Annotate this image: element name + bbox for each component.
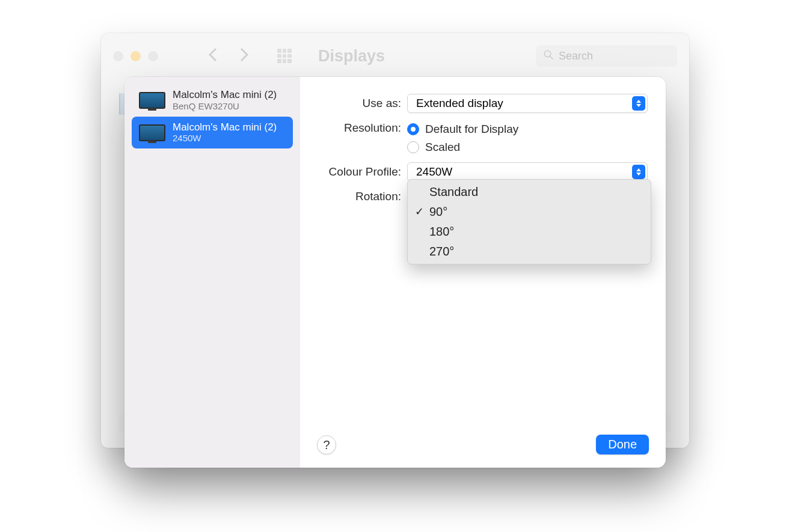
rotation-option-270[interactable]: 270° bbox=[408, 242, 651, 261]
maximize-icon[interactable] bbox=[148, 51, 158, 61]
minimize-icon[interactable] bbox=[130, 51, 141, 61]
resolution-scaled-label: Scaled bbox=[425, 141, 460, 154]
use-as-label: Use as: bbox=[315, 97, 407, 110]
radio-icon bbox=[407, 141, 419, 153]
display-item-sub: BenQ EW3270U bbox=[173, 101, 277, 111]
monitor-icon bbox=[139, 124, 165, 141]
radio-icon bbox=[407, 123, 419, 135]
search-icon bbox=[543, 49, 554, 63]
traffic-lights bbox=[113, 51, 158, 61]
svg-line-1 bbox=[550, 56, 553, 59]
display-detail-pane: Use as: Extended display Resolution: Def… bbox=[300, 77, 666, 468]
display-item-2450w[interactable]: Malcolm's Mac mini (2) 2450W bbox=[132, 117, 293, 149]
help-button[interactable]: ? bbox=[317, 435, 336, 454]
svg-point-0 bbox=[544, 50, 551, 57]
use-as-select[interactable]: Extended display bbox=[407, 94, 648, 113]
window-title: Displays bbox=[318, 47, 385, 66]
resolution-scaled-radio[interactable]: Scaled bbox=[407, 141, 518, 154]
chevron-updown-icon bbox=[632, 165, 645, 179]
display-item-sub: 2450W bbox=[173, 133, 277, 143]
resolution-label: Resolution: bbox=[315, 121, 407, 135]
rotation-dropdown[interactable]: Standard 90° 180° 270° bbox=[407, 179, 651, 264]
rotation-option-standard[interactable]: Standard bbox=[408, 182, 651, 202]
chevron-updown-icon bbox=[632, 96, 645, 111]
colour-profile-value: 2450W bbox=[416, 165, 452, 179]
use-as-value: Extended display bbox=[416, 97, 503, 110]
search-input[interactable] bbox=[559, 50, 670, 63]
show-all-icon[interactable] bbox=[277, 49, 292, 63]
back-button[interactable] bbox=[207, 46, 220, 66]
rotation-option-180[interactable]: 180° bbox=[408, 222, 651, 242]
done-button[interactable]: Done bbox=[596, 435, 649, 454]
display-settings-sheet: Malcolm's Mac mini (2) BenQ EW3270U Malc… bbox=[124, 77, 666, 468]
resolution-default-label: Default for Display bbox=[425, 123, 518, 136]
resolution-default-radio[interactable]: Default for Display bbox=[407, 123, 518, 136]
rotation-label: Rotation: bbox=[315, 190, 407, 203]
forward-button[interactable] bbox=[238, 46, 250, 66]
display-item-name: Malcolm's Mac mini (2) bbox=[173, 90, 277, 101]
display-item-name: Malcolm's Mac mini (2) bbox=[173, 122, 277, 133]
search-field[interactable] bbox=[536, 45, 677, 67]
titlebar: Displays bbox=[101, 33, 689, 79]
displays-sidebar: Malcolm's Mac mini (2) BenQ EW3270U Malc… bbox=[124, 77, 300, 468]
nav-arrows bbox=[207, 46, 250, 66]
close-icon[interactable] bbox=[113, 51, 123, 61]
monitor-icon bbox=[139, 92, 165, 109]
display-item-benq[interactable]: Malcolm's Mac mini (2) BenQ EW3270U bbox=[132, 84, 293, 117]
rotation-option-90[interactable]: 90° bbox=[408, 202, 651, 222]
colour-profile-label: Colour Profile: bbox=[315, 165, 407, 179]
